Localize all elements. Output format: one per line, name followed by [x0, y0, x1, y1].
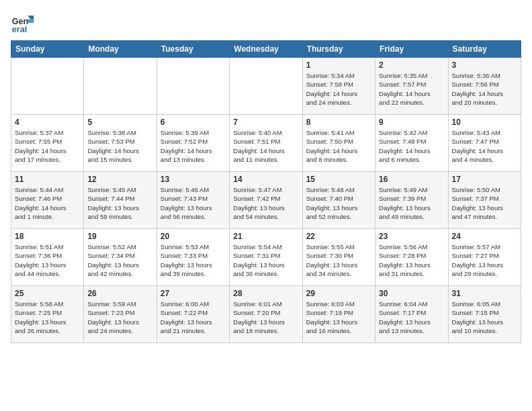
day-info: Sunrise: 6:01 AM Sunset: 7:20 PM Dayligh…: [233, 300, 298, 335]
day-number: 13: [161, 175, 226, 184]
calendar-table: SundayMondayTuesdayWednesdayThursdayFrid…: [11, 40, 521, 343]
day-number: 9: [379, 118, 444, 127]
day-info: Sunrise: 5:38 AM Sunset: 7:53 PM Dayligh…: [87, 128, 152, 164]
day-info: Sunrise: 5:51 AM Sunset: 7:36 PM Dayligh…: [15, 242, 80, 278]
page-header: Gen eral: [11, 11, 521, 35]
day-info: Sunrise: 5:40 AM Sunset: 7:51 PM Dayligh…: [233, 128, 298, 164]
day-number: 25: [15, 289, 80, 298]
day-info: Sunrise: 6:03 AM Sunset: 7:19 PM Dayligh…: [306, 300, 371, 335]
day-number: 5: [87, 118, 152, 127]
day-info: Sunrise: 5:39 AM Sunset: 7:52 PM Dayligh…: [161, 128, 226, 164]
day-info: Sunrise: 5:44 AM Sunset: 7:46 PM Dayligh…: [15, 185, 80, 221]
days-of-week-row: SundayMondayTuesdayWednesdayThursdayFrid…: [11, 41, 521, 58]
day-cell: 29Sunrise: 6:03 AM Sunset: 7:19 PM Dayli…: [302, 286, 375, 343]
week-row-3: 11Sunrise: 5:44 AM Sunset: 7:46 PM Dayli…: [11, 172, 521, 229]
svg-text:eral: eral: [12, 25, 27, 34]
day-info: Sunrise: 5:36 AM Sunset: 7:56 PM Dayligh…: [452, 71, 517, 107]
logo: Gen eral: [11, 11, 38, 35]
day-cell: 4Sunrise: 5:37 AM Sunset: 7:55 PM Daylig…: [11, 115, 84, 172]
day-info: Sunrise: 5:57 AM Sunset: 7:27 PM Dayligh…: [452, 242, 517, 278]
day-number: 18: [15, 232, 80, 241]
day-number: 7: [233, 118, 298, 127]
day-info: Sunrise: 5:34 AM Sunset: 7:58 PM Dayligh…: [306, 71, 371, 107]
calendar-header: SundayMondayTuesdayWednesdayThursdayFrid…: [11, 41, 521, 58]
day-number: 22: [306, 232, 371, 241]
day-cell: 16Sunrise: 5:49 AM Sunset: 7:39 PM Dayli…: [375, 172, 448, 229]
day-info: Sunrise: 5:56 AM Sunset: 7:28 PM Dayligh…: [379, 242, 444, 278]
day-cell: 10Sunrise: 5:43 AM Sunset: 7:47 PM Dayli…: [448, 115, 521, 172]
day-number: 15: [306, 175, 371, 184]
day-cell: 28Sunrise: 6:01 AM Sunset: 7:20 PM Dayli…: [230, 286, 302, 343]
day-cell: 25Sunrise: 5:58 AM Sunset: 7:25 PM Dayli…: [11, 286, 84, 343]
day-cell: 12Sunrise: 5:45 AM Sunset: 7:44 PM Dayli…: [84, 172, 157, 229]
week-row-4: 18Sunrise: 5:51 AM Sunset: 7:36 PM Dayli…: [11, 229, 521, 286]
day-cell: 1Sunrise: 5:34 AM Sunset: 7:58 PM Daylig…: [302, 58, 375, 115]
day-info: Sunrise: 5:43 AM Sunset: 7:47 PM Dayligh…: [452, 128, 517, 164]
day-cell: 24Sunrise: 5:57 AM Sunset: 7:27 PM Dayli…: [448, 229, 521, 286]
day-cell: 26Sunrise: 5:59 AM Sunset: 7:23 PM Dayli…: [84, 286, 157, 343]
day-number: 27: [161, 289, 226, 298]
day-info: Sunrise: 6:00 AM Sunset: 7:22 PM Dayligh…: [161, 300, 226, 335]
day-number: 8: [306, 118, 371, 127]
day-cell: [157, 58, 229, 115]
day-cell: 7Sunrise: 5:40 AM Sunset: 7:51 PM Daylig…: [230, 115, 302, 172]
day-number: 6: [161, 118, 226, 127]
day-info: Sunrise: 5:41 AM Sunset: 7:50 PM Dayligh…: [306, 128, 371, 164]
day-cell: 27Sunrise: 6:00 AM Sunset: 7:22 PM Dayli…: [157, 286, 229, 343]
day-info: Sunrise: 5:59 AM Sunset: 7:23 PM Dayligh…: [87, 300, 152, 335]
day-cell: 20Sunrise: 5:53 AM Sunset: 7:33 PM Dayli…: [157, 229, 229, 286]
week-row-1: 1Sunrise: 5:34 AM Sunset: 7:58 PM Daylig…: [11, 58, 521, 115]
header-friday: Friday: [375, 41, 448, 58]
header-monday: Monday: [84, 41, 157, 58]
day-number: 24: [452, 232, 517, 241]
day-info: Sunrise: 5:42 AM Sunset: 7:48 PM Dayligh…: [379, 128, 444, 164]
day-number: 16: [379, 175, 444, 184]
day-cell: 23Sunrise: 5:56 AM Sunset: 7:28 PM Dayli…: [375, 229, 448, 286]
day-number: 20: [161, 232, 226, 241]
day-info: Sunrise: 6:04 AM Sunset: 7:17 PM Dayligh…: [379, 300, 444, 335]
day-info: Sunrise: 5:48 AM Sunset: 7:40 PM Dayligh…: [306, 185, 371, 221]
day-cell: 18Sunrise: 5:51 AM Sunset: 7:36 PM Dayli…: [11, 229, 84, 286]
header-wednesday: Wednesday: [230, 41, 302, 58]
day-number: 30: [379, 289, 444, 298]
day-info: Sunrise: 5:37 AM Sunset: 7:55 PM Dayligh…: [15, 128, 80, 164]
day-info: Sunrise: 5:47 AM Sunset: 7:42 PM Dayligh…: [233, 185, 298, 221]
day-cell: 21Sunrise: 5:54 AM Sunset: 7:31 PM Dayli…: [230, 229, 302, 286]
day-info: Sunrise: 5:54 AM Sunset: 7:31 PM Dayligh…: [233, 242, 298, 278]
day-cell: 17Sunrise: 5:50 AM Sunset: 7:37 PM Dayli…: [448, 172, 521, 229]
day-cell: 14Sunrise: 5:47 AM Sunset: 7:42 PM Dayli…: [230, 172, 302, 229]
day-cell: 31Sunrise: 6:05 AM Sunset: 7:15 PM Dayli…: [448, 286, 521, 343]
day-cell: 5Sunrise: 5:38 AM Sunset: 7:53 PM Daylig…: [84, 115, 157, 172]
header-sunday: Sunday: [11, 41, 84, 58]
day-info: Sunrise: 5:55 AM Sunset: 7:30 PM Dayligh…: [306, 242, 371, 278]
day-number: 4: [15, 118, 80, 127]
day-cell: 8Sunrise: 5:41 AM Sunset: 7:50 PM Daylig…: [302, 115, 375, 172]
day-cell: [230, 58, 302, 115]
day-cell: 11Sunrise: 5:44 AM Sunset: 7:46 PM Dayli…: [11, 172, 84, 229]
day-info: Sunrise: 5:52 AM Sunset: 7:34 PM Dayligh…: [87, 242, 152, 278]
day-info: Sunrise: 5:46 AM Sunset: 7:43 PM Dayligh…: [161, 185, 226, 221]
day-number: 3: [452, 60, 517, 70]
header-tuesday: Tuesday: [157, 41, 229, 58]
day-number: 11: [15, 175, 80, 184]
day-cell: [11, 58, 84, 115]
week-row-2: 4Sunrise: 5:37 AM Sunset: 7:55 PM Daylig…: [11, 115, 521, 172]
calendar-body: 1Sunrise: 5:34 AM Sunset: 7:58 PM Daylig…: [11, 58, 521, 343]
day-info: Sunrise: 5:58 AM Sunset: 7:25 PM Dayligh…: [15, 300, 80, 335]
day-number: 12: [87, 175, 152, 184]
day-cell: 30Sunrise: 6:04 AM Sunset: 7:17 PM Dayli…: [375, 286, 448, 343]
day-cell: 13Sunrise: 5:46 AM Sunset: 7:43 PM Dayli…: [157, 172, 229, 229]
day-info: Sunrise: 5:45 AM Sunset: 7:44 PM Dayligh…: [87, 185, 152, 221]
day-number: 2: [379, 60, 444, 70]
day-cell: 6Sunrise: 5:39 AM Sunset: 7:52 PM Daylig…: [157, 115, 229, 172]
day-cell: [84, 58, 157, 115]
day-info: Sunrise: 5:35 AM Sunset: 7:57 PM Dayligh…: [379, 71, 444, 107]
week-row-5: 25Sunrise: 5:58 AM Sunset: 7:25 PM Dayli…: [11, 286, 521, 343]
day-number: 29: [306, 289, 371, 298]
day-number: 21: [233, 232, 298, 241]
day-number: 14: [233, 175, 298, 184]
header-saturday: Saturday: [448, 41, 521, 58]
day-number: 1: [306, 60, 371, 70]
day-number: 28: [233, 289, 298, 298]
day-cell: 2Sunrise: 5:35 AM Sunset: 7:57 PM Daylig…: [375, 58, 448, 115]
